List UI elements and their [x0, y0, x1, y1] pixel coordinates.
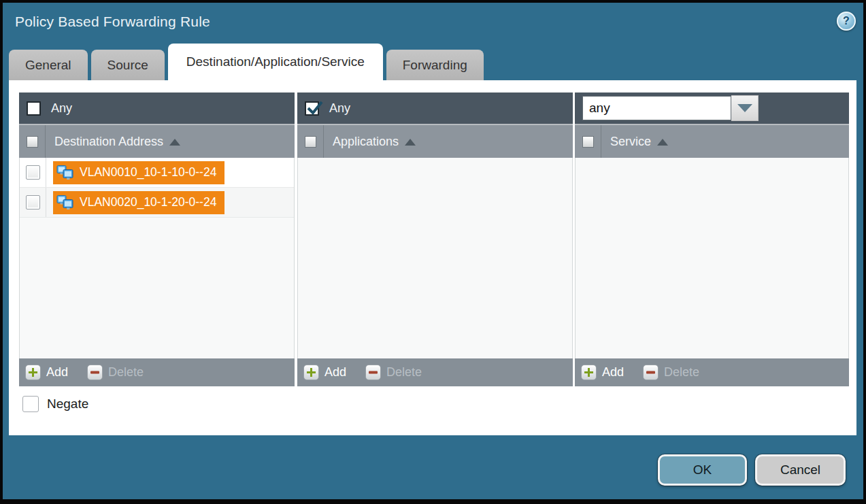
- destination-row-2-label: VLAN0020_10-1-20-0--24: [80, 195, 216, 209]
- applications-list: [297, 158, 573, 358]
- destination-header-label: Destination Address: [54, 135, 163, 149]
- destination-select-all-cell: [19, 125, 46, 158]
- tab-forwarding-label: Forwarding: [403, 58, 467, 73]
- applications-select-all-checkbox[interactable]: [305, 136, 316, 148]
- plus-icon: [303, 365, 319, 380]
- destination-toolbar: Add Delete: [19, 358, 295, 386]
- minus-icon: [87, 365, 103, 380]
- destination-any-bar: Any: [19, 93, 295, 124]
- help-glyph: ?: [843, 15, 850, 27]
- applications-toolbar: Add Delete: [297, 358, 573, 386]
- applications-any-bar: Any: [297, 93, 573, 124]
- applications-column-header[interactable]: Applications: [297, 124, 573, 158]
- page-title: Policy Based Forwarding Rule: [15, 14, 210, 30]
- row-checkbox-cell: [20, 188, 46, 217]
- service-header-label: Service: [610, 135, 651, 149]
- applications-header-label: Applications: [333, 135, 399, 149]
- add-label: Add: [46, 365, 68, 380]
- destination-list: VLAN0010_10-1-10-0--24 VLAN00: [19, 158, 295, 358]
- network-address-icon: [56, 165, 74, 180]
- policy-forwarding-dialog: { "window": { "title": "Policy Based For…: [0, 0, 866, 504]
- destination-row-1-checkbox[interactable]: [26, 165, 40, 180]
- negate-checkbox[interactable]: [22, 396, 39, 412]
- service-column-header[interactable]: Service: [575, 124, 849, 158]
- service-add-button[interactable]: Add: [581, 365, 624, 380]
- destination-column-header[interactable]: Destination Address: [19, 124, 295, 158]
- tab-source-label: Source: [107, 58, 148, 73]
- destination-select-all-checkbox[interactable]: [27, 136, 38, 148]
- plus-icon: [581, 365, 597, 380]
- service-select-all-checkbox[interactable]: [582, 136, 594, 148]
- content-panel: Any Destination Address: [9, 80, 856, 435]
- tab-forwarding[interactable]: Forwarding: [386, 50, 484, 80]
- sort-ascending-icon: [169, 139, 180, 146]
- address-object-badge[interactable]: VLAN0010_10-1-10-0--24: [53, 161, 224, 184]
- plus-icon: [25, 365, 41, 380]
- ok-label: OK: [693, 463, 712, 477]
- tab-destination-application-service[interactable]: Destination/Application/Service: [168, 44, 383, 80]
- service-type-text: any: [589, 101, 610, 116]
- sort-ascending-icon: [405, 139, 416, 146]
- service-select-all-cell: [575, 125, 601, 158]
- destination-any-checkbox[interactable]: [27, 101, 41, 116]
- service-list: [575, 158, 849, 358]
- checkmark-icon: [306, 100, 324, 116]
- service-type-dropdown: any: [582, 95, 759, 121]
- destination-row-vlan0010[interactable]: VLAN0010_10-1-10-0--24: [20, 158, 294, 188]
- applications-delete-button[interactable]: Delete: [365, 365, 422, 380]
- tab-bar: General Source Destination/Application/S…: [9, 44, 487, 80]
- applications-select-all-cell: [297, 125, 324, 158]
- delete-label: Delete: [386, 365, 422, 380]
- service-column: any Service Add: [575, 93, 849, 386]
- service-type-value[interactable]: any: [582, 96, 731, 120]
- applications-add-button[interactable]: Add: [303, 365, 346, 380]
- destination-address-column: Any Destination Address: [19, 93, 295, 386]
- delete-label: Delete: [664, 365, 699, 380]
- negate-label: Negate: [47, 397, 88, 411]
- delete-label: Delete: [108, 365, 144, 380]
- destination-any-label: Any: [51, 101, 72, 116]
- service-delete-button[interactable]: Delete: [643, 365, 699, 380]
- minus-icon: [365, 365, 381, 380]
- tab-general[interactable]: General: [9, 50, 88, 80]
- destination-row-vlan0020[interactable]: VLAN0020_10-1-20-0--24: [20, 188, 294, 218]
- chevron-down-icon: [737, 104, 752, 112]
- tab-general-label: General: [25, 58, 71, 73]
- negate-option: Negate: [22, 396, 88, 412]
- add-label: Add: [602, 365, 624, 380]
- service-dropdown-button[interactable]: [731, 95, 759, 121]
- service-dropdown-bar: any: [575, 93, 849, 124]
- tab-source[interactable]: Source: [91, 50, 165, 80]
- help-icon[interactable]: ?: [837, 12, 856, 31]
- destination-delete-button[interactable]: Delete: [87, 365, 144, 380]
- applications-column: Any Applications Add Delete: [297, 93, 573, 386]
- destination-add-button[interactable]: Add: [25, 365, 68, 380]
- destination-row-1-label: VLAN0010_10-1-10-0--24: [80, 165, 216, 180]
- applications-any-checkbox[interactable]: [305, 101, 319, 116]
- sort-ascending-icon: [657, 139, 668, 146]
- destination-row-2-checkbox[interactable]: [26, 195, 40, 209]
- applications-any-label: Any: [329, 101, 350, 116]
- service-toolbar: Add Delete: [575, 358, 849, 386]
- minus-icon: [643, 365, 659, 380]
- address-object-badge[interactable]: VLAN0020_10-1-20-0--24: [53, 191, 224, 214]
- cancel-label: Cancel: [780, 463, 820, 477]
- row-checkbox-cell: [20, 158, 46, 187]
- network-address-icon: [56, 195, 74, 210]
- tab-destination-label: Destination/Application/Service: [186, 54, 365, 69]
- add-label: Add: [324, 365, 346, 380]
- ok-button[interactable]: OK: [658, 454, 747, 486]
- cancel-button[interactable]: Cancel: [755, 454, 846, 486]
